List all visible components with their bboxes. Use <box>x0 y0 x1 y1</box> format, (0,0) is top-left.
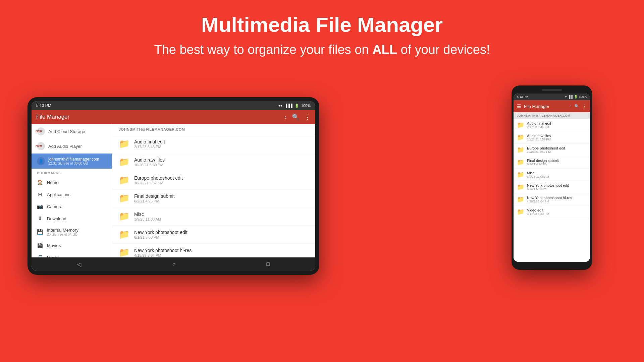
phone-app-title: File Manager <box>524 104 549 109</box>
folder-icon: 📁 <box>119 175 129 185</box>
add-audio-player-item[interactable]: + New Add Audio Player <box>32 139 112 154</box>
tablet-file-area: JOHNSMITH@FILEMANAGER.COM 📁 Audio final … <box>112 124 315 257</box>
phone-search-icon[interactable]: 🔍 <box>574 104 579 109</box>
phone-file-info: Video edit 3/17/23 5:33 PM <box>527 208 549 216</box>
add-cloud-storage-item[interactable]: + New Add Cloud Storage <box>32 124 112 139</box>
file-info: Misc 3/9/23 11:06 AM <box>134 212 161 221</box>
file-name: New York photoshoot hi-res <box>134 248 192 253</box>
nav-home-button[interactable]: ○ <box>172 261 175 267</box>
tablet-file-item-0[interactable]: 📁 Audio final edit 2/17/23 6:46 PM <box>112 135 315 153</box>
phone-folder-icon: 📁 <box>517 121 524 129</box>
phone-file-info: Misc 3/9/23 11:06 AM <box>527 171 549 178</box>
tablet-file-item-4[interactable]: 📁 Misc 3/9/23 11:06 AM <box>112 207 315 226</box>
phone-back-icon[interactable]: ‹ <box>570 104 571 109</box>
account-info: johnsmith@filemanager.com 12.31 GB free … <box>48 157 99 165</box>
sidebar-item-internal-memory[interactable]: 💾 Internal Memory 20 GB free of 64 GB <box>32 225 112 239</box>
tablet-file-item-3[interactable]: 📁 Final design submit 6/2/21 4:25 PM <box>112 189 315 207</box>
movies-icon: 🎬 <box>37 242 43 248</box>
page-subtitle: The best way to organize your files on A… <box>0 43 644 57</box>
bookmarks-section-label: BOOKMARKS <box>32 169 112 176</box>
phone-file-name: Misc <box>527 171 549 175</box>
file-info: New York photoshoot hi-res 4/15/22 8:04 … <box>134 248 192 257</box>
folder-icon: 📁 <box>119 211 129 222</box>
file-date: 6/1/21 5:06 PM <box>134 235 187 239</box>
back-icon[interactable]: ‹ <box>284 114 286 121</box>
tablet-file-item-1[interactable]: 📁 Audio raw files 10/26/21 5:59 PM <box>112 153 315 171</box>
sidebar-item-music[interactable]: 🎵 Music <box>32 251 112 257</box>
sidebar-download-label: Download <box>47 216 66 221</box>
sidebar-item-camera[interactable]: 📷 Camera <box>32 200 112 213</box>
internal-memory-info: Internal Memory 20 GB free of 64 GB <box>47 228 78 236</box>
music-icon: 🎵 <box>37 254 43 257</box>
tablet-battery-pct: 100% <box>301 104 311 108</box>
sidebar-item-applications[interactable]: ⊞ Applications <box>32 188 112 200</box>
account-storage: 12.31 GB free of 30.00 GB <box>48 162 99 165</box>
phone-file-name: Audio raw files <box>527 134 551 138</box>
signal-icon: ▐▐▐ <box>284 104 292 108</box>
phone-file-item-4[interactable]: 📁 Misc 3/9/23 11:06 AM <box>514 169 590 181</box>
sidebar-camera-label: Camera <box>47 204 62 209</box>
home-icon: 🏠 <box>37 179 43 185</box>
wifi-icon: ▾▾ <box>278 104 282 108</box>
tablet-device: 5:13 PM ▾▾ ▐▐▐ 🔋 100% File Manager ‹ 🔍 ⋮ <box>28 97 319 275</box>
sidebar-item-home[interactable]: 🏠 Home <box>32 176 112 188</box>
tablet-status-bar: 5:13 PM ▾▾ ▐▐▐ 🔋 100% <box>32 101 315 110</box>
file-date: 4/15/22 8:04 PM <box>134 253 192 257</box>
sidebar-account-item[interactable]: 👤 johnsmith@filemanager.com 12.31 GB fre… <box>32 154 112 169</box>
phone-file-name: Audio final edit <box>527 121 551 125</box>
applications-icon: ⊞ <box>37 191 43 197</box>
phone-file-item-1[interactable]: 📁 Audio raw files 10/26/21 5:59 PM <box>514 131 590 144</box>
new-badge-audio: New <box>36 144 42 147</box>
tablet-file-item-5[interactable]: 📁 New York photoshoot edit 6/1/21 5:06 P… <box>112 226 315 244</box>
phone-device: 5:13 PM ▾ ▐▐ 🔋 100% ☰ File Manager ‹ 🔍 ⋮… <box>512 85 592 270</box>
phone-app-bar-left: ☰ File Manager <box>517 104 549 109</box>
file-date: 3/9/23 11:06 AM <box>134 217 161 221</box>
tablet-app-title: File Manager <box>36 114 69 120</box>
phone-battery-icon: 🔋 <box>574 95 578 99</box>
sidebar-applications-label: Applications <box>47 192 70 197</box>
folder-icon: 📁 <box>119 229 129 240</box>
phone-file-item-2[interactable]: 📁 Europe photoshoot edit 10/26/21 5:57 P… <box>514 144 590 156</box>
tablet-file-item-2[interactable]: 📁 Europe photoshoot edit 10/26/21 5:57 P… <box>112 171 315 189</box>
nav-back-button[interactable]: ◁ <box>77 261 81 267</box>
more-icon[interactable]: ⋮ <box>305 113 311 121</box>
search-icon[interactable]: 🔍 <box>292 113 299 121</box>
phone-file-item-6[interactable]: 📁 New York photoshoot hi-res 4/15/22 8:0… <box>514 193 590 206</box>
tablet-time: 5:13 PM <box>36 103 51 108</box>
phone-file-item-3[interactable]: 📁 Final design submit 6/2/21 4:26 PM <box>514 156 590 169</box>
phone-screen: 5:13 PM ▾ ▐▐ 🔋 100% ☰ File Manager ‹ 🔍 ⋮… <box>514 94 590 262</box>
download-icon: ⬇ <box>37 216 43 222</box>
sidebar-music-label: Music <box>47 255 58 258</box>
file-date: 6/2/21 4:25 PM <box>134 199 175 203</box>
phone-file-date: 10/26/21 5:59 PM <box>527 138 551 141</box>
phone-status-icons: ▾ ▐▐ 🔋 100% <box>565 95 587 99</box>
file-name: Misc <box>134 212 161 217</box>
phone-menu-icon[interactable]: ☰ <box>517 104 521 109</box>
phone-battery-pct: 100% <box>579 95 587 99</box>
tablet-file-list: 📁 Audio final edit 2/17/23 6:46 PM 📁 Aud… <box>112 135 315 257</box>
phone-file-item-7[interactable]: 📁 Video edit 3/17/23 5:33 PM <box>514 206 590 218</box>
phone-file-name: Final design submit <box>527 159 559 163</box>
sidebar-item-movies[interactable]: 🎬 Movies <box>32 239 112 251</box>
phone-folder-icon: 📁 <box>517 171 524 178</box>
phone-file-item-0[interactable]: 📁 Audio final edit 2/17/23 6:46 PM <box>514 119 590 131</box>
file-name: Audio final edit <box>134 139 165 144</box>
tablet-status-icons: ▾▾ ▐▐▐ 🔋 100% <box>278 104 311 108</box>
phone-file-item-5[interactable]: 📁 New York photoshoot edit 6/1/21 5:06 P… <box>514 181 590 193</box>
phone-more-icon[interactable]: ⋮ <box>583 104 587 109</box>
file-date: 10/26/21 5:57 PM <box>134 181 183 185</box>
file-info: New York photoshoot edit 6/1/21 5:06 PM <box>134 230 187 239</box>
nav-recent-button[interactable]: □ <box>267 261 270 267</box>
phone-file-info: Final design submit 6/2/21 4:26 PM <box>527 159 559 166</box>
phone-folder-icon: 📁 <box>517 146 524 154</box>
phone-status-bar: 5:13 PM ▾ ▐▐ 🔋 100% <box>514 94 590 100</box>
phone-folder-icon: 📁 <box>517 208 524 216</box>
tablet-screen: 5:13 PM ▾▾ ▐▐▐ 🔋 100% File Manager ‹ 🔍 ⋮ <box>32 101 315 271</box>
file-info: Final design submit 6/2/21 4:25 PM <box>134 193 175 203</box>
sidebar-item-download[interactable]: ⬇ Download <box>32 213 112 225</box>
phone-file-date: 6/1/21 5:06 PM <box>527 187 569 191</box>
phone-app-bar: ☰ File Manager ‹ 🔍 ⋮ <box>514 100 590 112</box>
phone-file-info: Audio final edit 2/17/23 6:46 PM <box>527 121 551 129</box>
tablet-file-item-6[interactable]: 📁 New York photoshoot hi-res 4/15/22 8:0… <box>112 244 315 257</box>
phone-speaker <box>542 89 562 91</box>
